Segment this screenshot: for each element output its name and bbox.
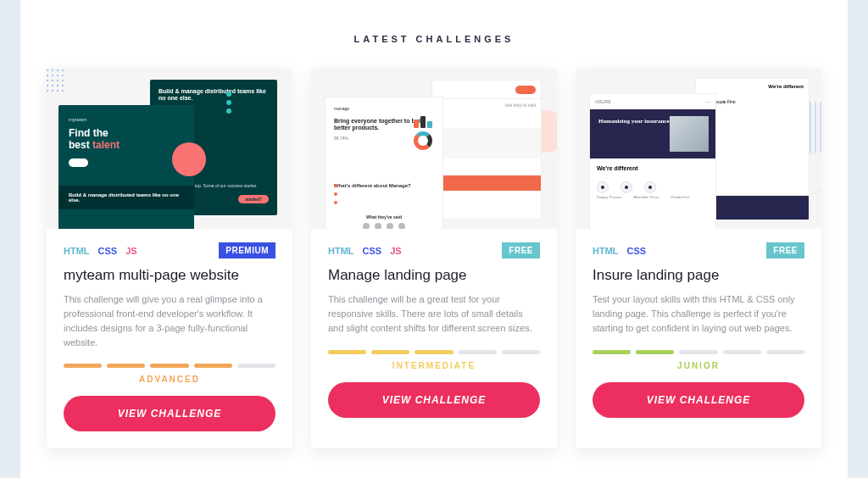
tag-css: CSS bbox=[98, 246, 118, 256]
tag-js: JS bbox=[390, 246, 401, 256]
bar-chart-icon bbox=[414, 116, 432, 128]
view-challenge-button[interactable]: VIEW CHALLENGE bbox=[328, 382, 540, 418]
donut-chart-icon bbox=[414, 131, 432, 150]
difficulty-label: JUNIOR bbox=[593, 361, 804, 370]
challenge-description: Test your layout skills with this HTML &… bbox=[593, 292, 804, 336]
challenge-card: that they've said manage Bring everyone … bbox=[311, 68, 557, 448]
difficulty-bars bbox=[593, 350, 804, 354]
view-challenge-button[interactable]: VIEW CHALLENGE bbox=[593, 382, 804, 418]
thumb-section-title: What's different about Manage? bbox=[334, 183, 434, 188]
premium-badge: PREMIUM bbox=[219, 242, 275, 258]
thumb-brand: myteam bbox=[69, 117, 184, 122]
thumb-list-item: People First bbox=[713, 99, 736, 106]
challenge-card: Build & manage distributed teams like no… bbox=[47, 68, 292, 448]
thumb-feat: Affordable Prices bbox=[633, 195, 659, 199]
tag-css: CSS bbox=[363, 246, 382, 256]
difficulty-label: ADVANCED bbox=[64, 375, 275, 384]
difficulty-bars bbox=[328, 350, 540, 354]
thumb-brand: INSURE bbox=[595, 99, 611, 104]
thumb-mid: Build & manage distributed teams like no… bbox=[58, 186, 194, 209]
hero-photo bbox=[670, 116, 709, 152]
thumb-hero: Find the best talent bbox=[69, 127, 184, 152]
thumb-back-tab: that they've said bbox=[432, 99, 541, 111]
feature-icons bbox=[590, 181, 715, 193]
thumb-section-title: We're different bbox=[590, 158, 715, 178]
view-challenge-button[interactable]: VIEW CHALLENGE bbox=[64, 396, 275, 431]
thumb-footer-title: What they've said bbox=[326, 214, 442, 220]
tag-html: HTML bbox=[593, 246, 619, 256]
free-badge: FREE bbox=[766, 242, 804, 258]
thumb-cta-small: started? bbox=[238, 195, 269, 203]
free-badge: FREE bbox=[502, 242, 540, 258]
tag-js: JS bbox=[125, 246, 136, 256]
cards-grid: Build & manage distributed teams like no… bbox=[41, 68, 827, 448]
challenge-thumbnail: that they've said manage Bring everyone … bbox=[311, 68, 557, 229]
tech-tags: HTML CSS JS bbox=[328, 246, 402, 256]
section-title: LATEST CHALLENGES bbox=[41, 34, 827, 44]
challenge-thumbnail: We're different People First INSURE⋯ Hum… bbox=[576, 68, 821, 229]
challenge-title: myteam multi-page website bbox=[64, 267, 275, 284]
thumb-feat: People First bbox=[671, 195, 689, 199]
thumb-logo: manage bbox=[334, 106, 434, 111]
difficulty-label: INTERMEDIATE bbox=[328, 361, 540, 370]
challenge-title: Manage landing page bbox=[328, 267, 540, 284]
tech-tags: HTML CSS JS bbox=[64, 246, 137, 256]
tag-html: HTML bbox=[64, 246, 90, 256]
challenge-description: This challenge will be a great test for … bbox=[328, 292, 540, 336]
challenge-card: We're different People First INSURE⋯ Hum… bbox=[576, 68, 821, 448]
difficulty-bars bbox=[64, 364, 275, 368]
tag-html: HTML bbox=[328, 246, 354, 256]
thumb-feat: Snappy Process bbox=[597, 195, 621, 199]
thumb-back-header: We're different bbox=[696, 79, 809, 94]
challenge-title: Insure landing page bbox=[593, 267, 804, 284]
thumb-hero-btn bbox=[69, 158, 88, 167]
challenge-thumbnail: Build & manage distributed teams like no… bbox=[47, 68, 292, 229]
tag-css: CSS bbox=[627, 246, 647, 256]
tech-tags: HTML CSS bbox=[593, 246, 646, 256]
challenge-description: This challenge will give you a real glim… bbox=[64, 292, 275, 350]
